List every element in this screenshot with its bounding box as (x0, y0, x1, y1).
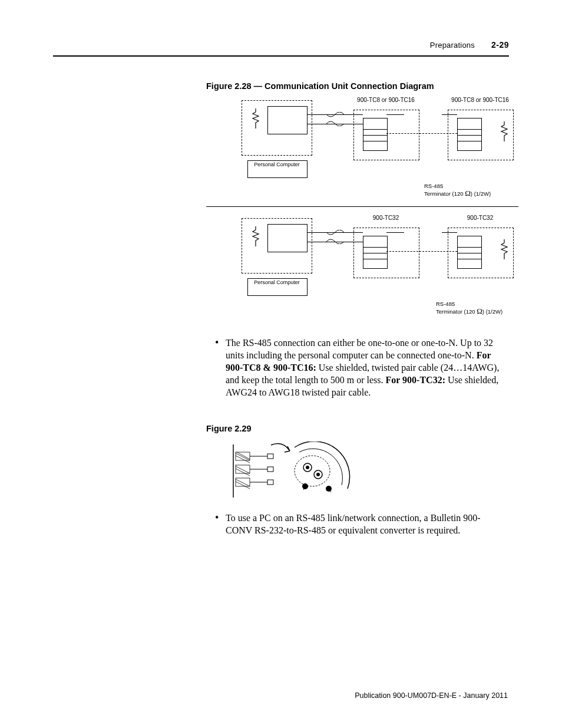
bus-wire (386, 114, 404, 115)
terminator-icon (498, 121, 510, 141)
terminator-icon (498, 239, 510, 259)
tc-terminal-box (363, 118, 388, 151)
host-port-box (267, 106, 308, 134)
host-label: Personal Computer (242, 279, 312, 286)
tc-terminal-box (457, 236, 482, 269)
svg-point-13 (306, 466, 309, 469)
tc-model-label: 900-TC32 (448, 215, 513, 221)
body-paragraph-2-text: To use a PC on an RS-485 link/network co… (226, 512, 505, 536)
bus-wire (442, 114, 457, 115)
diagram-row-tc8-tc16: Personal Computer 900-TC8 or 900-TC16 90… (242, 100, 518, 186)
bus-continuation (386, 251, 457, 252)
bus-continuation (386, 133, 457, 134)
host-computer-block: Personal Computer (242, 218, 311, 289)
tc-model-label: 900-TC32 (353, 215, 418, 221)
tc-unit-end: 900-TC8 or 900-TC16 (448, 97, 513, 171)
bullet-icon (215, 512, 226, 536)
body-paragraph-2: To use a PC on an RS-485 link/network co… (215, 512, 505, 536)
tc-unit-end: 900-TC32 (448, 215, 513, 289)
page: Preparations 2-29 Figure 2.28 — Communic… (0, 0, 562, 728)
page-number: 2-29 (491, 40, 509, 50)
rs485-note-line1: RS-485 (436, 301, 554, 308)
rs485-note-line1: RS-485 (424, 183, 542, 190)
body-paragraph-1-text: The RS-485 connection can either be one-… (226, 337, 505, 398)
rs485-note-line2: Terminator (120 Ω) (1/2W) (436, 308, 554, 315)
tc-terminal-box (363, 236, 388, 269)
figure-2-29-caption: Figure 2.29 (206, 424, 252, 433)
twisted-pair-icon (326, 230, 344, 244)
tc-unit-mid: 900-TC8 or 900-TC16 (353, 97, 418, 171)
svg-rect-9 (267, 480, 273, 485)
body1-lead: The RS-485 connection can either be one-… (226, 338, 493, 360)
rs485-note: RS-485 Terminator (120 Ω) (1/2W) (424, 183, 542, 197)
tc-terminal-box (457, 118, 482, 151)
bullet-icon (215, 337, 226, 398)
host-label: Personal Computer (242, 162, 312, 168)
tc-model-label: 900-TC8 or 900-TC16 (353, 97, 418, 103)
host-port-box (267, 224, 308, 252)
diagram-divider (206, 206, 518, 207)
figure-2-29-diagram (230, 442, 365, 500)
publication-footer: Publication 900-UM007D-EN-E - January 20… (355, 691, 508, 700)
figure-2-28-diagram: Personal Computer 900-TC8 or 900-TC16 90… (206, 100, 518, 318)
svg-rect-7 (267, 467, 273, 472)
svg-point-10 (295, 456, 330, 486)
diagram-row-tc32: Personal Computer 900-TC32 900-TC32 (242, 218, 518, 304)
bus-wire (442, 232, 457, 233)
rs485-note-line2: Terminator (120 Ω) (1/2W) (424, 190, 542, 197)
rs485-note: RS-485 Terminator (120 Ω) (1/2W) (436, 301, 554, 315)
header-rule (53, 55, 509, 57)
svg-rect-5 (267, 454, 273, 459)
twisted-pair-icon (326, 112, 344, 126)
twisted-pair-cable-icon (230, 442, 365, 500)
body1-bold2: For 900-TC32: (386, 375, 445, 385)
terminator-icon (250, 226, 262, 246)
bus-wire (386, 232, 404, 233)
body-paragraph-1: The RS-485 connection can either be one-… (215, 337, 505, 398)
svg-point-14 (316, 473, 320, 476)
page-header: Preparations 2-29 (53, 40, 509, 50)
figure-2-28-caption: Figure 2.28 — Communication Unit Connect… (206, 81, 434, 91)
tc-model-label: 900-TC8 or 900-TC16 (448, 97, 513, 103)
tc-unit-mid: 900-TC32 (353, 215, 418, 289)
section-name: Preparations (430, 41, 475, 50)
host-computer-block: Personal Computer (242, 100, 311, 171)
terminator-icon (250, 108, 262, 129)
